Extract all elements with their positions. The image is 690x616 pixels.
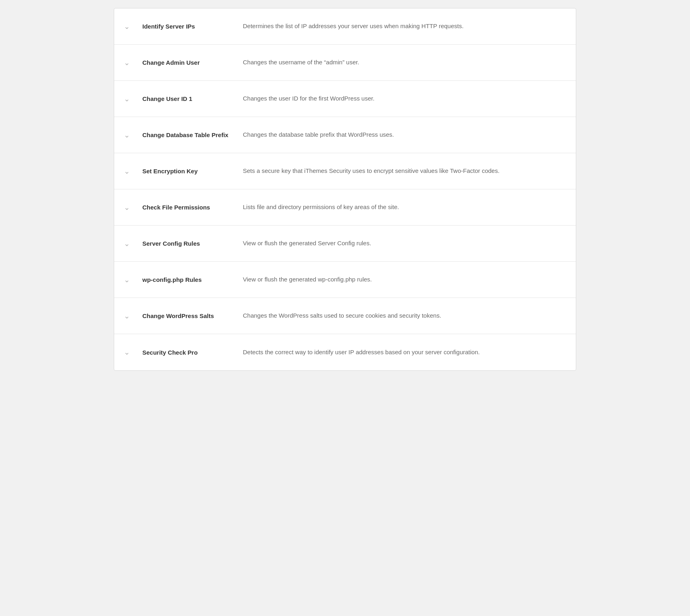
row-set-encryption-key: ⌄Set Encryption KeySets a secure key tha… bbox=[114, 153, 576, 189]
description-security-check-pro: Detects the correct way to identify user… bbox=[243, 348, 566, 357]
row-change-admin-user: ⌄Change Admin UserChanges the username o… bbox=[114, 45, 576, 81]
chevron-icon-identify-server-ips[interactable]: ⌄ bbox=[124, 23, 135, 30]
chevron-icon-check-file-permissions[interactable]: ⌄ bbox=[124, 204, 135, 211]
title-wp-config-php-rules: wp-config.php Rules bbox=[142, 275, 231, 284]
title-set-encryption-key: Set Encryption Key bbox=[142, 167, 231, 175]
title-security-check-pro: Security Check Pro bbox=[142, 348, 231, 357]
chevron-icon-change-wordpress-salts[interactable]: ⌄ bbox=[124, 312, 135, 320]
description-change-admin-user: Changes the username of the “admin” user… bbox=[243, 58, 566, 67]
tools-list: ⌄Identify Server IPsDetermines the list … bbox=[114, 8, 576, 371]
chevron-icon-change-user-id-1[interactable]: ⌄ bbox=[124, 95, 135, 103]
row-check-file-permissions: ⌄Check File PermissionsLists file and di… bbox=[114, 189, 576, 226]
title-change-admin-user: Change Admin User bbox=[142, 58, 231, 67]
chevron-icon-change-admin-user[interactable]: ⌄ bbox=[124, 59, 135, 66]
title-change-wordpress-salts: Change WordPress Salts bbox=[142, 312, 231, 320]
description-change-database-table-prefix: Changes the database table prefix that W… bbox=[243, 130, 566, 140]
description-wp-config-php-rules: View or flush the generated wp-config.ph… bbox=[243, 275, 566, 284]
description-identify-server-ips: Determines the list of IP addresses your… bbox=[243, 22, 566, 31]
row-change-user-id-1: ⌄Change User ID 1Changes the user ID for… bbox=[114, 81, 576, 117]
chevron-icon-wp-config-php-rules[interactable]: ⌄ bbox=[124, 276, 135, 283]
chevron-icon-security-check-pro[interactable]: ⌄ bbox=[124, 349, 135, 356]
chevron-icon-server-config-rules[interactable]: ⌄ bbox=[124, 240, 135, 247]
title-change-database-table-prefix: Change Database Table Prefix bbox=[142, 131, 231, 139]
description-change-user-id-1: Changes the user ID for the first WordPr… bbox=[243, 94, 566, 103]
row-change-wordpress-salts: ⌄Change WordPress SaltsChanges the WordP… bbox=[114, 298, 576, 334]
title-identify-server-ips: Identify Server IPs bbox=[142, 22, 231, 31]
title-change-user-id-1: Change User ID 1 bbox=[142, 94, 231, 103]
title-check-file-permissions: Check File Permissions bbox=[142, 203, 231, 211]
row-wp-config-php-rules: ⌄wp-config.php RulesView or flush the ge… bbox=[114, 262, 576, 298]
description-set-encryption-key: Sets a secure key that iThemes Security … bbox=[243, 166, 566, 176]
row-server-config-rules: ⌄Server Config RulesView or flush the ge… bbox=[114, 226, 576, 262]
description-server-config-rules: View or flush the generated Server Confi… bbox=[243, 239, 566, 248]
description-change-wordpress-salts: Changes the WordPress salts used to secu… bbox=[243, 311, 566, 320]
chevron-icon-change-database-table-prefix[interactable]: ⌄ bbox=[124, 131, 135, 139]
row-identify-server-ips: ⌄Identify Server IPsDetermines the list … bbox=[114, 8, 576, 45]
chevron-icon-set-encryption-key[interactable]: ⌄ bbox=[124, 168, 135, 175]
row-security-check-pro: ⌄Security Check ProDetects the correct w… bbox=[114, 334, 576, 370]
row-change-database-table-prefix: ⌄Change Database Table PrefixChanges the… bbox=[114, 117, 576, 153]
title-server-config-rules: Server Config Rules bbox=[142, 239, 231, 248]
description-check-file-permissions: Lists file and directory permissions of … bbox=[243, 203, 566, 212]
